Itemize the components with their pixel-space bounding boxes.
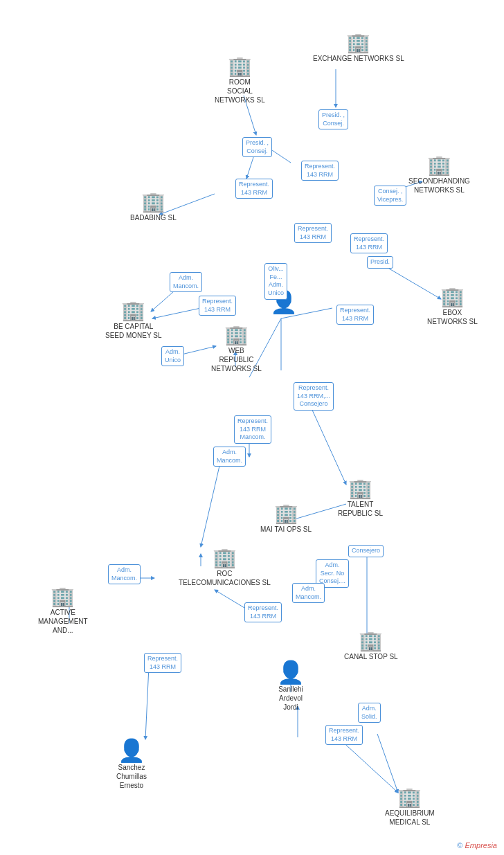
label-canal-stop: CANAL STOP SL bbox=[344, 652, 398, 661]
building-icon-room-social: 🏢 bbox=[228, 57, 252, 76]
node-talent-republic[interactable]: 🏢 TALENTREPUBLIC SL bbox=[338, 479, 383, 518]
badge-consejero-talent[interactable]: Consejero bbox=[348, 545, 384, 557]
brand-name: Empresia bbox=[465, 841, 497, 849]
node-aequilibrium[interactable]: 🏢 AEQUILIBRIUMMEDICAL SL bbox=[385, 788, 435, 827]
node-room-social[interactable]: 🏢 ROOMSOCIALNETWORKS SL bbox=[215, 57, 265, 105]
svg-line-2 bbox=[270, 149, 291, 163]
badge-adm-mancom-lower[interactable]: Adm.Mancom. bbox=[213, 447, 246, 467]
building-icon-badabing: 🏢 bbox=[141, 192, 165, 212]
building-icon-be-capital: 🏢 bbox=[121, 301, 145, 321]
building-icon-secondhanding: 🏢 bbox=[427, 156, 451, 175]
node-sanchez[interactable]: 👤 SanchezChumillasErnesto bbox=[116, 739, 147, 790]
node-sanllehi[interactable]: 👤 SanllehiArdevolJordi bbox=[277, 661, 305, 712]
label-ebox: EBOXNETWORKS SL bbox=[427, 308, 478, 326]
badge-consej-vicepres[interactable]: Consej. ,Vicepres. bbox=[374, 186, 406, 206]
person-icon-sanllehi: 👤 bbox=[277, 661, 305, 683]
badge-represent-143-be-capital[interactable]: Represent.143 RRM bbox=[199, 296, 236, 316]
node-roc-telecom[interactable]: 🏢 ROCTELECOMUNICACIONES SL bbox=[179, 548, 271, 587]
person-icon-sanchez: 👤 bbox=[118, 739, 145, 762]
label-room-social: ROOMSOCIALNETWORKS SL bbox=[215, 78, 265, 105]
building-icon-mai-tai: 🏢 bbox=[274, 504, 298, 523]
building-icon-aequilibrium: 🏢 bbox=[397, 788, 422, 807]
node-secondhanding[interactable]: 🏢 SECONDHANDINGNETWORKS SL bbox=[408, 156, 470, 195]
label-mai-tai: MAI TAI OPS SL bbox=[260, 525, 312, 534]
badge-presid-consej-room[interactable]: Presid. ,Consej. bbox=[242, 137, 272, 157]
badge-represent-143-left-mid[interactable]: Represent.143 RRM bbox=[294, 223, 332, 243]
node-badabing[interactable]: 🏢 BADABING SL bbox=[130, 192, 177, 222]
badge-adm-solid[interactable]: Adm.Solid. bbox=[358, 703, 381, 723]
label-aequilibrium: AEQUILIBRIUMMEDICAL SL bbox=[385, 809, 435, 827]
node-be-capital[interactable]: 🏢 BE CAPITALSEED MONEY SL bbox=[105, 301, 162, 340]
label-be-capital: BE CAPITALSEED MONEY SL bbox=[105, 322, 162, 340]
building-icon-ebox: 🏢 bbox=[440, 287, 465, 307]
label-sanchez: SanchezChumillasErnesto bbox=[116, 763, 147, 790]
label-secondhanding: SECONDHANDINGNETWORKS SL bbox=[408, 177, 470, 195]
badge-represent-143-mai-tai-lower[interactable]: Represent.143 RRM bbox=[244, 602, 282, 622]
building-icon-talent-republic: 🏢 bbox=[348, 479, 372, 498]
building-icon-canal-stop: 🏢 bbox=[359, 631, 383, 651]
badge-oliv-adm-unico[interactable]: Oliv...Fe...Adm.Unico bbox=[264, 263, 287, 300]
badge-represent-143-mancom[interactable]: Represent.143 RRMMancom. bbox=[234, 415, 271, 444]
badge-adm-mancom-roc-left[interactable]: Adm.Mancom. bbox=[108, 564, 141, 584]
badge-represent-143-sanchez[interactable]: Represent.143 RRM bbox=[144, 653, 181, 673]
label-web-republic: WEBREPUBLICNETWORKS SL bbox=[211, 346, 262, 373]
badge-presid[interactable]: Presid. bbox=[367, 256, 393, 269]
building-icon-roc-telecom: 🏢 bbox=[213, 548, 237, 568]
badge-represent-143-sanllehi-lower[interactable]: Represent.143 RRM bbox=[325, 725, 363, 745]
badge-adm-unico-web-republic[interactable]: Adm.Unico bbox=[161, 346, 184, 366]
badge-represent-143-mid-upper[interactable]: Represent.143 RRM bbox=[301, 161, 339, 181]
svg-line-17 bbox=[201, 457, 222, 547]
badge-represent-143-ebox[interactable]: Represent.143 RRM bbox=[336, 305, 374, 325]
building-icon-exchange: 🏢 bbox=[346, 33, 370, 53]
node-canal-stop[interactable]: 🏢 CANAL STOP SL bbox=[344, 631, 398, 661]
node-ebox[interactable]: 🏢 EBOXNETWORKS SL bbox=[427, 287, 478, 326]
badge-represent-143-left[interactable]: Represent.143 RRM bbox=[235, 179, 273, 199]
watermark: © Empresia bbox=[457, 841, 497, 849]
badge-represent-143-consejero[interactable]: Represent.143 RRM,...Consejero bbox=[294, 382, 334, 411]
copyright-symbol: © bbox=[457, 841, 462, 849]
svg-line-18 bbox=[312, 408, 346, 485]
building-icon-web-republic: 🏢 bbox=[224, 325, 249, 345]
graph-container: 🏢 EXCHANGE NETWORKS SL 🏢 ROOMSOCIALNETWO… bbox=[0, 0, 504, 855]
badge-adm-mancom-mai-tai[interactable]: Adm.Mancom. bbox=[292, 583, 325, 603]
badge-represent-143-right-mid[interactable]: Represent.143 RRM bbox=[350, 233, 388, 253]
label-badabing: BADABING SL bbox=[130, 213, 177, 222]
node-mai-tai[interactable]: 🏢 MAI TAI OPS SL bbox=[260, 504, 312, 534]
badge-presid-consej-exchange[interactable]: Presid. ,Consej. bbox=[318, 109, 348, 129]
label-roc-telecom: ROCTELECOMUNICACIONES SL bbox=[179, 569, 271, 587]
node-exchange[interactable]: 🏢 EXCHANGE NETWORKS SL bbox=[313, 33, 404, 63]
node-web-republic[interactable]: 🏢 WEBREPUBLICNETWORKS SL bbox=[211, 325, 262, 373]
svg-line-29 bbox=[377, 734, 398, 793]
label-active-mgmt: ACTIVEMANAGEMENTAND... bbox=[38, 608, 88, 635]
node-active-mgmt[interactable]: 🏢 ACTIVEMANAGEMENTAND... bbox=[38, 587, 88, 635]
badge-adm-mancom-badabing[interactable]: Adm.Mancom. bbox=[170, 272, 202, 292]
label-talent-republic: TALENTREPUBLIC SL bbox=[338, 500, 383, 518]
svg-line-30 bbox=[145, 667, 149, 739]
label-sanllehi: SanllehiArdevolJordi bbox=[278, 685, 303, 712]
building-icon-active-mgmt: 🏢 bbox=[51, 587, 75, 606]
label-exchange: EXCHANGE NETWORKS SL bbox=[313, 54, 404, 63]
svg-line-28 bbox=[339, 739, 398, 793]
